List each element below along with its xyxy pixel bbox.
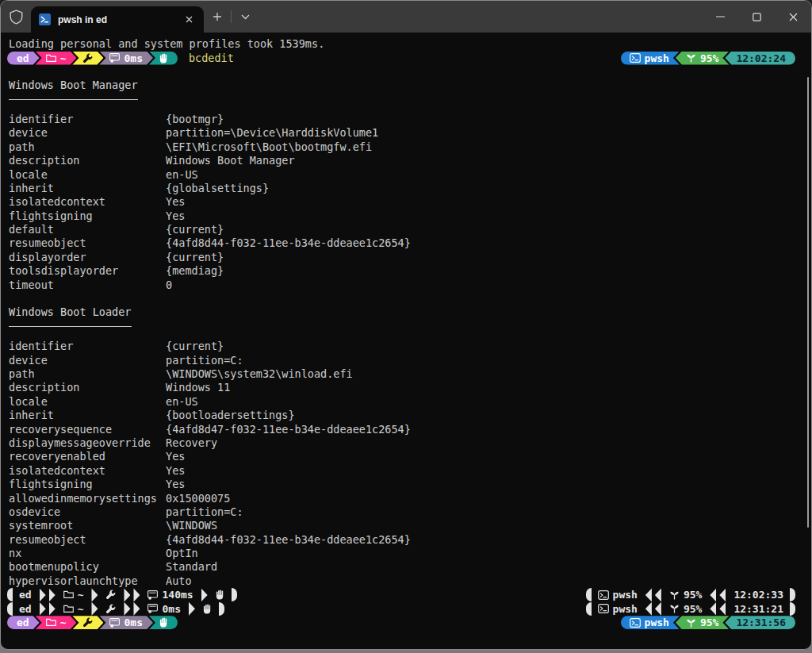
history-right: pwsh 95% 12:02:33	[586, 588, 795, 601]
bcd-key: inherit	[9, 409, 166, 422]
tab-dropdown-button[interactable]	[232, 1, 259, 33]
history-cwd: ~	[78, 589, 84, 601]
tab-pwsh[interactable]: pwsh in ed	[31, 6, 204, 33]
prompt-user: ed	[17, 52, 29, 64]
history-shell: pwsh	[613, 603, 638, 615]
status-battery: 95%	[700, 617, 718, 628]
status-right: pwsh 95% 12:31:56	[621, 616, 795, 629]
status-shell-segment: pwsh	[621, 616, 680, 629]
bcd-key: description	[9, 381, 166, 394]
maximize-icon[interactable]	[738, 1, 775, 33]
bcd-row: inherit{bootloadersettings}	[1, 409, 811, 422]
bcd-key: displayorder	[9, 251, 166, 264]
prompt-hand-segment	[149, 52, 178, 65]
admin-shield-icon	[1, 1, 31, 33]
bcd-row: localeen-US	[1, 395, 811, 409]
window-controls	[702, 1, 811, 33]
minimize-icon[interactable]	[702, 1, 738, 33]
cap-left-icon	[586, 602, 592, 616]
section-underline	[1, 99, 811, 113]
bcd-key: systemroot	[9, 519, 166, 532]
prompt-hand-segment	[149, 616, 178, 629]
bcd-key: flightsigning	[9, 478, 166, 491]
bcd-row: isolatedcontextYes	[1, 195, 811, 209]
folder-icon	[63, 590, 74, 599]
status-time: 12:31:56	[736, 617, 786, 628]
arrow-left-icon	[645, 588, 652, 601]
status-time-segment: 12:02:24	[725, 52, 795, 65]
bcd-row: path\WINDOWS\system32\winload.efi	[1, 367, 811, 381]
prompt-line-top: ed ~ 0ms bcdedit	[1, 51, 811, 64]
section-underline	[1, 326, 811, 340]
history-duration: 140ms	[162, 589, 193, 601]
bcd-value: {4afd8d44-f032-11ee-b34e-ddeaee1c2654}	[166, 533, 411, 547]
bcd-key: identifier	[9, 340, 166, 353]
status-shell: pwsh	[645, 617, 669, 628]
timer-icon	[147, 604, 158, 613]
prompt-admin-segment	[72, 52, 103, 65]
history-left: ed ~ 0ms	[7, 602, 224, 616]
new-tab-button[interactable]	[204, 1, 231, 33]
timer-icon	[109, 53, 120, 63]
bcd-row: bootmenupolicyStandard	[1, 560, 811, 574]
status-battery-segment: 95%	[676, 52, 729, 65]
bcd-row: displayorder{current}	[1, 251, 811, 264]
section-title: Windows Boot Loader	[1, 305, 811, 319]
bcd-key: resumeobject	[9, 533, 166, 547]
plant-icon	[669, 604, 680, 613]
tab-close-icon[interactable]	[182, 13, 196, 27]
timer-icon	[147, 590, 158, 600]
history-left: ed ~ 140ms	[7, 588, 237, 601]
status-time: 12:02:24	[736, 52, 786, 64]
bcd-key: default	[9, 223, 166, 236]
prompt-duration-segment: 0ms	[99, 52, 152, 65]
bcd-value: Windows 11	[166, 381, 230, 394]
bcd-value: en-US	[166, 395, 198, 409]
arrow-right-icon	[124, 602, 130, 616]
history-prompt-line: ed ~ 140ms pwsh 95% 12:02:33	[1, 588, 811, 601]
bcd-row: osdevicepartition=C:	[1, 505, 811, 519]
bcd-value: {current}	[166, 223, 224, 236]
bcd-row: systemroot\WINDOWS	[1, 519, 811, 532]
bcd-row: displaymessageoverrideRecovery	[1, 436, 811, 450]
prompt-cwd: ~	[60, 52, 67, 64]
bcd-value: {globalsettings}	[166, 182, 269, 195]
bcd-row: allowedinmemorysettings0x15000075	[1, 492, 811, 505]
scrollbar-thumb[interactable]	[807, 77, 809, 528]
cap-right-icon	[790, 588, 795, 601]
bcd-value: \WINDOWS	[166, 519, 217, 532]
folder-icon	[46, 618, 56, 627]
prompt-user-segment: ed	[7, 52, 40, 65]
cap-left-icon	[586, 588, 592, 601]
history-cwd: ~	[78, 603, 84, 615]
bcd-key: hypervisorlaunchtype	[9, 574, 166, 588]
arrow-left-icon	[719, 602, 726, 616]
prompt-line-current: ed ~ 0ms pwsh	[1, 616, 811, 629]
bcd-key: osdevice	[9, 505, 166, 519]
arrow-left-icon	[719, 588, 726, 601]
bcd-value: Yes	[166, 464, 185, 478]
arrow-left-icon	[710, 602, 716, 616]
arrow-left-icon	[655, 588, 661, 601]
bcd-value: {bootloadersettings}	[166, 409, 295, 422]
status-right: pwsh 95% 12:02:24	[621, 52, 795, 65]
bcd-value: Recovery	[166, 436, 217, 450]
terminal-icon	[598, 604, 609, 613]
bcd-value: {memdiag}	[166, 264, 224, 278]
bcd-value: \WINDOWS\system32\winload.efi	[166, 367, 353, 381]
bcd-row: recoverysequence{4afd8d47-f032-11ee-b34e…	[1, 423, 811, 436]
tab-title: pwsh in ed	[58, 14, 182, 25]
bcd-row: resumeobject{4afd8d44-f032-11ee-b34e-dde…	[1, 533, 811, 547]
arrow-right-icon	[133, 602, 140, 616]
terminal-content: Loading personal and system profiles too…	[1, 33, 811, 629]
bcd-row: devicepartition=C:	[1, 354, 811, 367]
arrow-right-icon	[133, 588, 140, 601]
history-prompt-line: ed ~ 0ms pwsh 95% 12:31:21	[1, 602, 811, 616]
bcd-row: flightsigningYes	[1, 209, 811, 223]
titlebar[interactable]: pwsh in ed	[1, 1, 811, 33]
arrow-left-icon	[645, 602, 652, 616]
close-icon[interactable]	[775, 1, 811, 33]
bcd-row: resumeobject{4afd8d44-f032-11ee-b34e-dde…	[1, 236, 811, 250]
bcd-row: path\EFI\Microsoft\Boot\bootmgfw.efi	[1, 140, 811, 154]
arrow-right-icon	[49, 602, 56, 616]
